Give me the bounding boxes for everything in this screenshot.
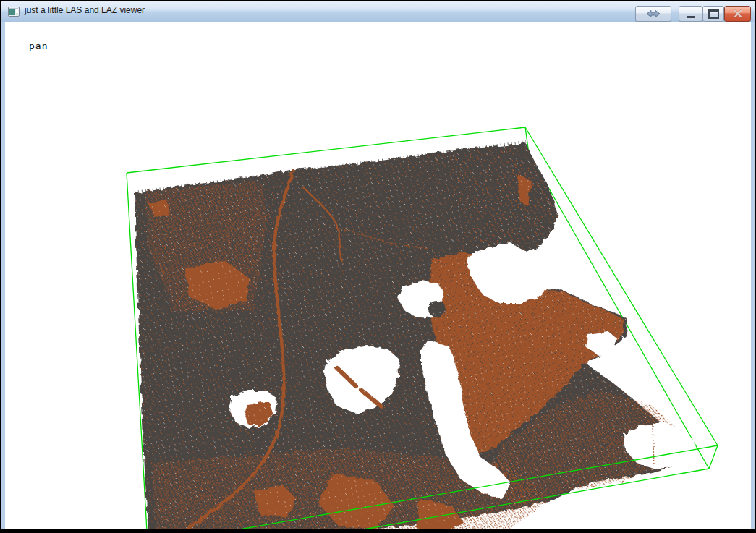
resize-horizontal-button[interactable] [635,6,671,22]
maximize-icon [708,9,719,19]
close-icon [734,9,742,18]
double-horizontal-arrow-icon [645,9,661,18]
titlebar[interactable]: just a little LAS and LAZ viewer [1,1,755,22]
app-window: just a little LAS and LAZ viewer [1,1,755,529]
window-title: just a little LAS and LAZ viewer [25,5,145,15]
desktop: { "window": { "title": "just a little LA… [0,0,756,533]
point-cloud-terrain [135,143,696,529]
box-right-corner-edge [709,445,718,469]
viewport[interactable]: pan [1,22,755,529]
minimize-button[interactable] [679,6,702,22]
interaction-mode-label: pan [29,40,48,51]
minimize-icon [687,16,695,18]
close-button[interactable] [724,6,751,22]
point-cloud-scene [5,22,751,529]
maximize-button[interactable] [702,6,724,22]
app-icon [8,6,20,17]
